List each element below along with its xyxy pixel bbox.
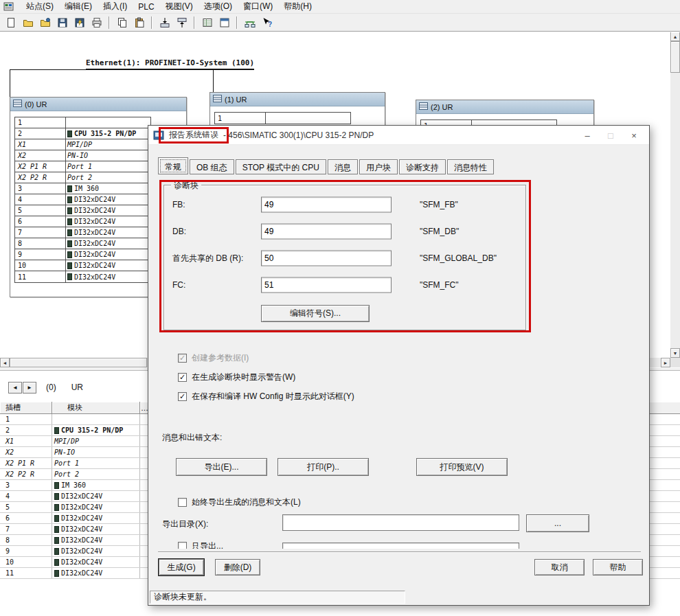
module-name: PN-IO	[54, 448, 75, 456]
print-preview-button[interactable]: 打印预览(V)	[416, 458, 508, 476]
scroll-down-icon[interactable]: ▼	[670, 348, 680, 358]
new-station-button[interactable]	[3, 15, 19, 30]
slot-id: X1	[15, 139, 66, 150]
slot-row[interactable]: 10DI32xDC24V	[15, 260, 150, 271]
slot-row[interactable]: X2 P2 RPort 2	[15, 172, 150, 183]
export-directory-input[interactable]	[282, 514, 519, 531]
slot-id: X2	[15, 150, 66, 161]
network-view-icon	[245, 17, 256, 28]
network-view-button[interactable]	[242, 15, 258, 30]
prev-rack-button[interactable]: ◄	[8, 382, 22, 393]
menu-item[interactable]: 窗口(W)	[238, 0, 278, 14]
catalog-button[interactable]	[216, 15, 232, 30]
print-button[interactable]	[89, 15, 104, 30]
block-number-input[interactable]	[261, 223, 392, 239]
scroll-right-icon[interactable]: ►	[661, 358, 670, 367]
option-checkbox[interactable]: ✓在保存和编译 HW Config 时显示此对话框(Y)	[178, 391, 354, 402]
block-number-input[interactable]	[261, 196, 392, 212]
upload-from-plc-button[interactable]	[174, 15, 190, 30]
clipped-checkbox[interactable]: 只导出...	[178, 540, 223, 549]
address-overview-button[interactable]	[199, 15, 215, 30]
menu-item[interactable]: 站点(S)	[21, 0, 59, 14]
dialog-tab[interactable]: 诊断支持	[399, 159, 446, 174]
rack-titlebar[interactable]: (0) UR	[10, 98, 186, 111]
module-cell: DI32xDC24V	[52, 535, 140, 545]
print-button[interactable]: 打印(P)..	[277, 458, 369, 476]
maximize-button[interactable]: □	[599, 127, 622, 144]
dialog-tab[interactable]: 常规	[158, 157, 188, 174]
block-number-input[interactable]	[261, 277, 392, 293]
module-icon	[67, 185, 72, 192]
dialog-titlebar[interactable]: 报告系统错误 - 456\SIMATIC 300(1)\CPU 315-2 PN…	[148, 126, 649, 145]
menu-item[interactable]: 选项(O)	[199, 0, 238, 14]
open-station-button[interactable]	[20, 15, 36, 30]
vertical-scrollbar[interactable]: ▲ ▼	[670, 32, 680, 358]
diag-field-row: DB:"SFM_DB"	[164, 218, 525, 244]
slot-id: 2	[0, 425, 52, 435]
edit-symbols-button[interactable]: 编辑符号(S)...	[261, 305, 370, 322]
column-header-slot[interactable]: 插槽	[0, 402, 52, 414]
browse-button[interactable]: ...	[526, 514, 589, 532]
rack-titlebar[interactable]: (2) UR	[416, 100, 593, 114]
module-icon	[54, 526, 59, 533]
copy-button[interactable]	[114, 15, 130, 30]
slot-row[interactable]: 3IM 360	[15, 183, 150, 194]
menu-item[interactable]: 编辑(E)	[59, 0, 98, 14]
slot-row[interactable]: 11DI32xDC24V	[15, 271, 150, 282]
option-checkbox[interactable]: ✓在生成诊断块时显示警告(W)	[178, 372, 295, 383]
close-button[interactable]: ×	[622, 127, 646, 144]
svg-text:?: ?	[268, 21, 272, 28]
report-system-error-dialog: 报告系统错误 - 456\SIMATIC 300(1)\CPU 315-2 PN…	[148, 125, 650, 606]
slot-row[interactable]: 9DI32xDC24V	[15, 249, 150, 260]
menu-item[interactable]: PLC	[133, 1, 159, 13]
rack-titlebar[interactable]: (1) UR	[210, 93, 385, 106]
checkbox-box-icon: ✓	[178, 354, 187, 363]
open-online-button[interactable]	[37, 15, 53, 30]
minimize-button[interactable]: –	[576, 127, 599, 144]
module-icon	[54, 482, 59, 489]
dialog-tab[interactable]: 消息特性	[447, 159, 494, 174]
slot-row[interactable]: 4DI32xDC24V	[15, 194, 150, 205]
slot-id: 10	[15, 260, 66, 271]
dialog-tab[interactable]: OB 组态	[190, 159, 234, 174]
context-help-button[interactable]: ?	[259, 15, 275, 30]
generate-button[interactable]: 生成(G)	[159, 559, 204, 575]
dialog-tab[interactable]: 消息	[328, 159, 358, 174]
delete-button[interactable]: 删除(D)	[215, 559, 260, 575]
menu-item[interactable]: 帮助(H)	[278, 0, 317, 14]
dialog-tab[interactable]: 用户块	[359, 159, 398, 174]
slot-row[interactable]: X2 P1 RPort 1	[15, 161, 150, 172]
scroll-up-icon[interactable]: ▲	[670, 32, 680, 41]
cancel-button[interactable]: 取消	[534, 559, 585, 575]
paste-button[interactable]	[131, 15, 147, 30]
always-export-checkbox[interactable]: 始终导出生成的消息和文本(L)	[178, 497, 301, 508]
slot-row[interactable]: 5DI32xDC24V	[15, 205, 150, 216]
download-to-plc-button[interactable]	[157, 15, 172, 30]
save-compile-button[interactable]	[71, 15, 87, 30]
menu-item[interactable]: 视图(V)	[160, 0, 199, 14]
slot-row[interactable]: 1	[15, 117, 150, 128]
block-number-input[interactable]	[261, 250, 392, 266]
next-rack-button[interactable]: ►	[23, 382, 36, 393]
slot-row[interactable]: 6DI32xDC24V	[15, 216, 150, 227]
save-icon	[57, 17, 68, 28]
help-button[interactable]: 帮助	[593, 559, 643, 575]
station-window-icon[interactable]	[3, 1, 16, 12]
slot-row[interactable]: 2CPU 315-2 PN/DP	[15, 128, 150, 139]
horizontal-scrollbar-thumb[interactable]	[10, 358, 147, 367]
profinet-connector-rack1	[213, 69, 214, 92]
clipped-input[interactable]	[282, 543, 519, 549]
slot-row[interactable]: 8DI32xDC24V	[15, 238, 150, 249]
export-button[interactable]: 导出(E)...	[176, 458, 267, 476]
menu-item[interactable]: 插入(I)	[98, 0, 133, 14]
column-header-module[interactable]: 模块	[52, 402, 140, 414]
save-button[interactable]	[54, 15, 70, 30]
vertical-scrollbar-thumb[interactable]	[670, 41, 680, 73]
slot-row[interactable]: X2PN-IO	[15, 150, 150, 161]
slot-row[interactable]: 7DI32xDC24V	[15, 227, 150, 238]
scroll-left-icon[interactable]: ◄	[0, 358, 10, 367]
slot-row[interactable]: X1MPI/DP	[15, 139, 150, 150]
dialog-tab[interactable]: STOP 模式中的 CPU	[236, 159, 326, 174]
toolbar: ?	[0, 14, 680, 32]
slot-row[interactable]: 1	[215, 113, 350, 124]
